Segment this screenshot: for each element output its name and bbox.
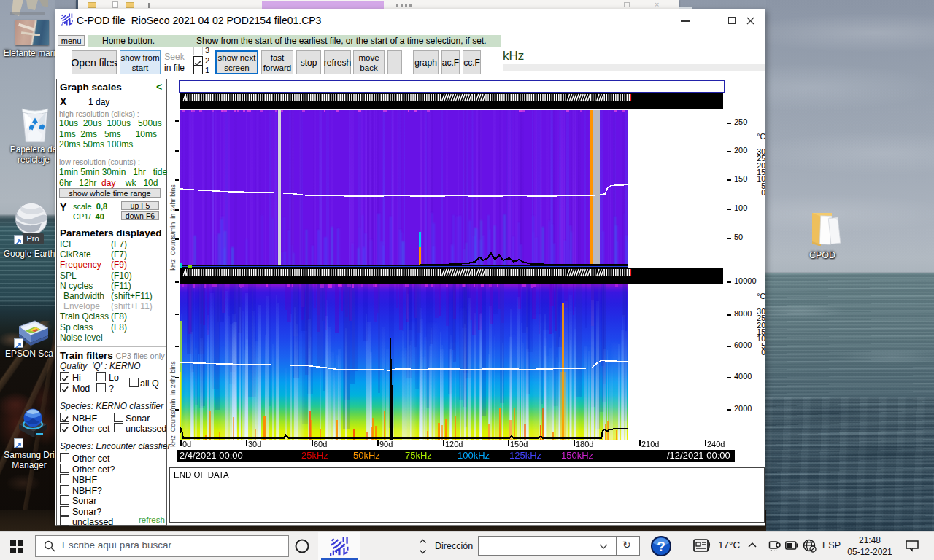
svg-text:?: ? (657, 539, 665, 554)
